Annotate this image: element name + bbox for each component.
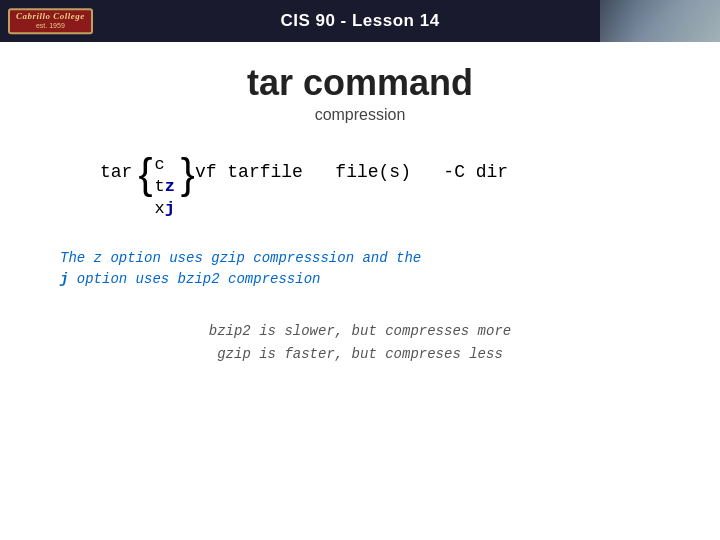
cmd-rest: vf tarfile file(s) -C dir: [195, 154, 508, 187]
cmd-tarfile: tarfile: [227, 162, 303, 182]
cmd-vf: vf: [195, 162, 217, 182]
note-block-1: The z option uses gzip compresssion and …: [60, 248, 680, 290]
header-silhouette: [600, 0, 720, 42]
cmd-option-c: c: [154, 154, 174, 176]
header-bar: Cabrillo College est. 1959 CIS 90 - Less…: [0, 0, 720, 42]
note2-line1: bzip2 is slower, but compresses more: [209, 323, 511, 339]
logo-text-main: Cabrillo College: [16, 12, 85, 22]
header-title: CIS 90 - Lesson 14: [280, 11, 439, 31]
header-image-right: [600, 0, 720, 42]
logo: Cabrillo College est. 1959: [8, 8, 93, 34]
cmd-files: file(s): [335, 162, 411, 182]
note2-line2: gzip is faster, but compreses less: [217, 346, 503, 362]
cmd-j-bold: j: [165, 199, 175, 218]
cmd-z-bold: z: [165, 177, 175, 196]
cmd-tar: tar: [100, 154, 132, 187]
cmd-close-brace: }: [181, 154, 195, 194]
command-block: tar { c tz xj } vf tarfile file(s) -C di…: [100, 154, 680, 220]
cmd-option-tz: tz: [154, 176, 174, 198]
note1-line2-rest: option uses bzip2 compression: [68, 271, 320, 287]
page-title: tar command: [40, 62, 680, 104]
cmd-options: c tz xj: [154, 154, 174, 220]
page-subtitle: compression: [40, 106, 680, 124]
cmd-option-xj: xj: [154, 198, 174, 220]
cmd-dir-flag: -C dir: [443, 162, 508, 182]
main-content: tar command compression tar { c tz xj } …: [0, 42, 720, 381]
cmd-open-brace: {: [138, 154, 152, 194]
logo-text-sub: est. 1959: [36, 22, 65, 30]
note-block-2: bzip2 is slower, but compresses more gzi…: [40, 320, 680, 365]
logo-box: Cabrillo College est. 1959: [8, 8, 93, 34]
note1-line1: The z option uses gzip compresssion and …: [60, 250, 421, 266]
